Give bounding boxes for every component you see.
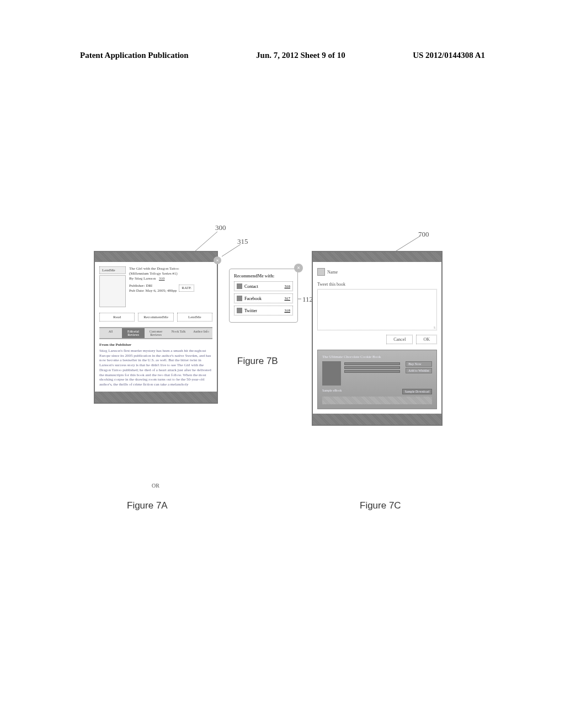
sample-download-button[interactable]: Sample Download bbox=[402, 389, 433, 394]
bottom-toolbar bbox=[313, 414, 441, 425]
preview-card: The Ultimate Chocolate Cookie Book Buy N… bbox=[317, 350, 437, 409]
detail-tabs: All Editorial Reviews Customer Reviews N… bbox=[99, 327, 212, 339]
ref-318: 318 bbox=[285, 308, 291, 313]
book-subtitle: (Millennium Trilogy Series #1) bbox=[129, 271, 212, 276]
svg-line-1 bbox=[222, 244, 241, 256]
book-byline: By Stieg Larsson 310 bbox=[129, 276, 212, 281]
tab-author[interactable]: Author Info bbox=[190, 327, 212, 339]
tab-customer[interactable]: Customer Reviews bbox=[145, 327, 167, 339]
figure-7c-device: Name Tweet this book s Cancel OK The Ult… bbox=[312, 251, 443, 426]
lendme-button[interactable]: LendMe bbox=[177, 313, 212, 322]
option-twitter[interactable]: Twitter 318 bbox=[234, 306, 293, 315]
header-right: US 2012/0144308 A1 bbox=[413, 51, 485, 60]
cancel-button[interactable]: Cancel bbox=[386, 335, 413, 344]
header-center: Jun. 7, 2012 Sheet 9 of 10 bbox=[256, 51, 345, 60]
tab-nooktalk[interactable]: Nook Talk bbox=[167, 327, 190, 339]
header-left: Patent Application Publication bbox=[80, 51, 189, 60]
tweet-label: Tweet this book bbox=[317, 282, 437, 287]
ref-310: 310 bbox=[159, 276, 165, 281]
figure-7b-popup: × RecommendMe with: Contact 316 Facebook… bbox=[229, 269, 298, 323]
recommendme-button[interactable]: RecommendMe bbox=[138, 313, 173, 322]
or-label: OR bbox=[152, 483, 159, 489]
ref-315: 315 bbox=[237, 237, 248, 246]
titlebar: × bbox=[95, 252, 217, 262]
ref-700: 700 bbox=[418, 230, 429, 239]
twitter-icon bbox=[237, 308, 242, 313]
buy-now-button[interactable]: Buy Now bbox=[406, 361, 432, 367]
ref-300: 300 bbox=[215, 223, 226, 232]
preview-nav bbox=[322, 397, 432, 404]
preview-title: The Ultimate Chocolate Cookie Book bbox=[322, 355, 432, 359]
tweet-input[interactable]: s bbox=[317, 289, 437, 330]
avatar bbox=[317, 268, 325, 276]
titlebar bbox=[313, 252, 441, 262]
book-title: The Girl with the Dragon Tattoo bbox=[129, 266, 212, 271]
popup-header: RecommendMe with: bbox=[234, 274, 293, 279]
review-body: Stieg Larsson's first murder mystery has… bbox=[99, 349, 212, 387]
sample-section: Sample eBook Sample Download bbox=[322, 389, 432, 394]
facebook-icon bbox=[237, 296, 242, 301]
close-icon[interactable]: × bbox=[294, 264, 303, 272]
caption-7a: Figure 7A bbox=[127, 500, 168, 511]
option-facebook[interactable]: Facebook 317 bbox=[234, 293, 293, 303]
lendme-badge: LendMe bbox=[99, 266, 126, 274]
account-name: Name bbox=[327, 270, 338, 275]
book-cover bbox=[99, 275, 126, 307]
tab-all[interactable]: All bbox=[99, 327, 122, 339]
editorial-review: From the Publisher Stieg Larsson's first… bbox=[99, 342, 212, 387]
ok-button[interactable]: OK bbox=[416, 335, 437, 344]
pubinfo-2: Pub Date: May 6, 2005; 480pp bbox=[129, 288, 177, 293]
read-button[interactable]: Read bbox=[99, 313, 135, 322]
caption-7b: Figure 7B bbox=[237, 356, 278, 367]
preview-cover bbox=[322, 361, 341, 386]
contact-icon bbox=[237, 283, 242, 289]
pubinfo-1: Publisher: DRI bbox=[129, 283, 177, 288]
preview-meta bbox=[344, 361, 400, 386]
figure-7a-device: × LendMe The Girl with the Dragon Tattoo… bbox=[94, 251, 218, 404]
rate-button[interactable]: RATE bbox=[179, 285, 194, 292]
tab-editorial[interactable]: Editorial Reviews bbox=[122, 327, 145, 339]
page-header: Patent Application Publication Jun. 7, 2… bbox=[80, 51, 485, 60]
caption-7c: Figure 7C bbox=[360, 500, 401, 511]
bottom-toolbar bbox=[95, 392, 217, 403]
resize-icon: s bbox=[434, 325, 435, 330]
wishlist-button[interactable]: Add to Wishlist bbox=[406, 368, 432, 373]
ref-317: 317 bbox=[285, 296, 291, 301]
account-row: Name bbox=[317, 266, 437, 277]
review-header: From the Publisher bbox=[99, 342, 212, 347]
option-contact[interactable]: Contact 316 bbox=[234, 281, 293, 291]
ref-316: 316 bbox=[285, 284, 291, 288]
close-icon[interactable]: × bbox=[214, 256, 221, 264]
